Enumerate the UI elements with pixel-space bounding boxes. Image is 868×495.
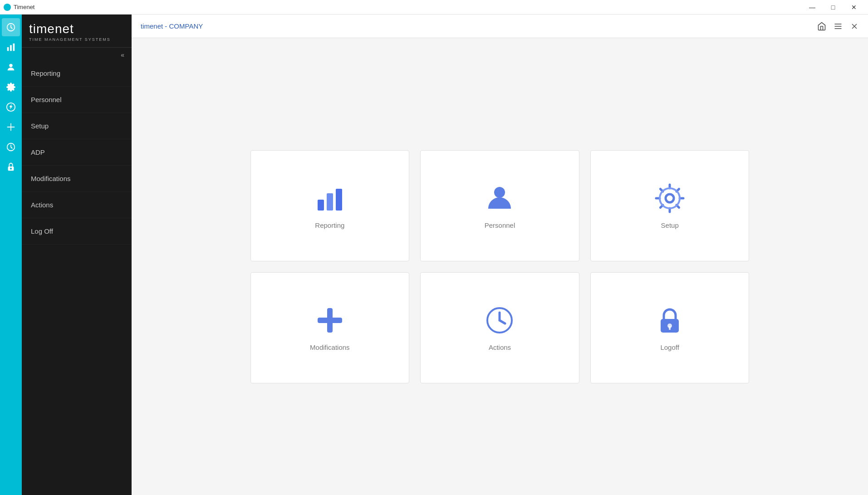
sidebar-icon-reporting[interactable]: [2, 38, 20, 56]
sidebar-item-reporting-label: Reporting: [31, 69, 60, 77]
actions-icon: [484, 304, 515, 336]
sidebar-item-adp-label: ADP: [31, 148, 45, 156]
card-actions-label: Actions: [489, 343, 511, 351]
header-actions: [817, 22, 859, 31]
main-header: timenet - COMPANY: [132, 15, 868, 38]
reporting-icon: [314, 182, 346, 214]
svg-rect-17: [327, 193, 333, 211]
svg-rect-16: [318, 200, 324, 211]
sidebar-item-personnel-label: Personnel: [31, 96, 62, 103]
grid-area: Reporting Personnel: [132, 38, 868, 495]
sidebar-icon-logoff[interactable]: [2, 158, 20, 176]
card-modifications-label: Modifications: [310, 343, 350, 351]
sidebar-item-modifications-label: Modifications: [31, 175, 71, 182]
sidebar-header: timenet TIME MANAGEMENT SYSTEMS: [22, 15, 132, 48]
sidebar-item-adp[interactable]: ADP: [22, 139, 132, 166]
svg-rect-10: [10, 168, 12, 170]
card-personnel-label: Personnel: [485, 221, 515, 229]
svg-rect-27: [669, 326, 671, 330]
close-button[interactable]: ✕: [843, 0, 864, 15]
svg-rect-3: [13, 44, 15, 51]
card-logoff-label: Logoff: [660, 343, 679, 351]
close-header-button[interactable]: [850, 22, 859, 31]
main-content: timenet - COMPANY: [132, 15, 868, 495]
menu-header-button[interactable]: [834, 22, 843, 31]
svg-point-4: [9, 64, 12, 67]
sidebar-item-reporting[interactable]: Reporting: [22, 60, 132, 87]
setup-icon: [654, 182, 686, 214]
sidebar-item-actions-label: Actions: [31, 201, 53, 209]
collapse-button[interactable]: «: [121, 51, 124, 59]
svg-rect-23: [318, 318, 342, 323]
sidebar-icon-personnel[interactable]: [2, 58, 20, 76]
text-sidebar: timenet TIME MANAGEMENT SYSTEMS « Report…: [22, 15, 132, 495]
app-icon: [4, 4, 11, 11]
sidebar-nav: Reporting Personnel Setup ADP Modificati…: [22, 60, 132, 495]
sidebar-item-logoff-label: Log Off: [31, 227, 53, 235]
sidebar-icon-modifications[interactable]: [2, 118, 20, 136]
sidebar-logo-sub: TIME MANAGEMENT SYSTEMS: [29, 37, 124, 42]
sidebar-item-modifications[interactable]: Modifications: [22, 166, 132, 192]
personnel-icon: [484, 182, 515, 214]
icon-sidebar: [0, 15, 22, 495]
card-setup-label: Setup: [661, 221, 679, 229]
titlebar: Timenet — □ ✕: [0, 0, 868, 15]
svg-rect-18: [336, 189, 342, 211]
svg-rect-1: [7, 47, 9, 51]
main-title: timenet - COMPANY: [141, 22, 203, 30]
card-reporting-label: Reporting: [315, 221, 344, 229]
sidebar-item-actions[interactable]: Actions: [22, 192, 132, 218]
sidebar-icon-actions[interactable]: [2, 138, 20, 156]
modifications-icon: [314, 304, 346, 336]
svg-point-21: [660, 188, 680, 208]
sidebar-item-setup[interactable]: Setup: [22, 113, 132, 139]
svg-rect-7: [7, 127, 15, 127]
svg-point-19: [494, 187, 505, 198]
maximize-button[interactable]: □: [823, 0, 843, 15]
card-modifications[interactable]: Modifications: [250, 272, 410, 383]
sidebar-icon-adp[interactable]: [2, 98, 20, 116]
card-personnel[interactable]: Personnel: [420, 150, 579, 261]
sidebar-logo: timenet: [29, 22, 124, 36]
window-controls: — □ ✕: [802, 0, 864, 15]
card-setup[interactable]: Setup: [590, 150, 750, 261]
grid-container: Reporting Personnel: [250, 150, 750, 383]
svg-point-20: [666, 194, 674, 202]
app-name: Timenet: [14, 4, 34, 10]
card-logoff[interactable]: Logoff: [590, 272, 750, 383]
sidebar-item-setup-label: Setup: [31, 122, 49, 130]
home-header-button[interactable]: [817, 22, 826, 31]
app-body: timenet TIME MANAGEMENT SYSTEMS « Report…: [0, 15, 868, 495]
card-actions[interactable]: Actions: [420, 272, 579, 383]
sidebar-icon-setup[interactable]: [2, 78, 20, 96]
svg-rect-2: [10, 45, 12, 51]
sidebar-item-logoff[interactable]: Log Off: [22, 218, 132, 245]
sidebar-item-personnel[interactable]: Personnel: [22, 87, 132, 113]
minimize-button[interactable]: —: [802, 0, 823, 15]
card-reporting[interactable]: Reporting: [250, 150, 410, 261]
logoff-icon: [654, 304, 686, 336]
sidebar-collapse-area: «: [22, 48, 132, 60]
titlebar-left: Timenet: [4, 4, 34, 11]
sidebar-icon-home[interactable]: [2, 18, 20, 36]
